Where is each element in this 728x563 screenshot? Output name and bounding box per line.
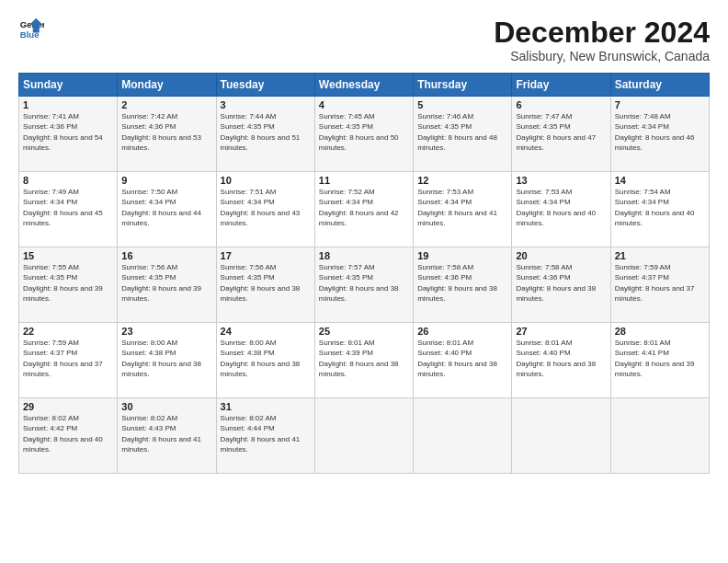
day-info: Sunrise: 7:50 AMSunset: 4:34 PMDaylight:…: [121, 187, 211, 228]
day-number: 14: [615, 175, 705, 186]
calendar-row-1: 1Sunrise: 7:41 AMSunset: 4:36 PMDaylight…: [19, 97, 710, 172]
day-number: 8: [23, 175, 113, 186]
calendar-row-2: 8Sunrise: 7:49 AMSunset: 4:34 PMDaylight…: [19, 172, 710, 247]
calendar-cell: 9Sunrise: 7:50 AMSunset: 4:34 PMDaylight…: [118, 172, 216, 247]
calendar-cell: 1Sunrise: 7:41 AMSunset: 4:36 PMDaylight…: [19, 97, 118, 172]
day-number: 29: [23, 401, 113, 412]
calendar-cell: 12Sunrise: 7:53 AMSunset: 4:34 PMDayligh…: [414, 172, 512, 247]
calendar-cell: 13Sunrise: 7:53 AMSunset: 4:34 PMDayligh…: [512, 172, 610, 247]
day-number: 26: [417, 326, 507, 337]
day-number: 4: [319, 99, 409, 110]
subtitle: Salisbury, New Brunswick, Canada: [494, 49, 710, 63]
calendar-cell: 30Sunrise: 8:02 AMSunset: 4:43 PMDayligh…: [118, 398, 216, 474]
day-info: Sunrise: 7:59 AMSunset: 4:37 PMDaylight:…: [615, 262, 705, 304]
day-number: 27: [516, 326, 606, 337]
day-number: 22: [23, 326, 113, 337]
calendar-header: Sunday Monday Tuesday Wednesday Thursday…: [19, 74, 710, 97]
header-row: Sunday Monday Tuesday Wednesday Thursday…: [19, 74, 710, 97]
calendar-cell: [512, 398, 610, 474]
day-info: Sunrise: 8:02 AMSunset: 4:44 PMDaylight:…: [221, 413, 311, 454]
calendar-cell: 10Sunrise: 7:51 AMSunset: 4:34 PMDayligh…: [216, 172, 314, 247]
calendar-cell: 11Sunrise: 7:52 AMSunset: 4:34 PMDayligh…: [314, 172, 413, 247]
page: General Blue December 2024 Salisbury, Ne…: [0, 0, 728, 563]
calendar-cell: [610, 398, 709, 474]
calendar-cell: 20Sunrise: 7:58 AMSunset: 4:36 PMDayligh…: [512, 247, 610, 323]
calendar-table: Sunday Monday Tuesday Wednesday Thursday…: [18, 73, 710, 474]
day-info: Sunrise: 8:01 AMSunset: 4:39 PMDaylight:…: [319, 338, 409, 379]
day-info: Sunrise: 7:57 AMSunset: 4:35 PMDaylight:…: [319, 262, 409, 304]
day-info: Sunrise: 7:53 AMSunset: 4:34 PMDaylight:…: [417, 187, 507, 228]
calendar-cell: 24Sunrise: 8:00 AMSunset: 4:38 PMDayligh…: [216, 323, 314, 398]
day-info: Sunrise: 7:55 AMSunset: 4:35 PMDaylight:…: [23, 262, 113, 304]
day-number: 31: [221, 401, 311, 412]
col-saturday: Saturday: [610, 74, 709, 97]
col-thursday: Thursday: [414, 74, 512, 97]
day-info: Sunrise: 7:53 AMSunset: 4:34 PMDaylight:…: [516, 187, 606, 228]
col-sunday: Sunday: [19, 74, 118, 97]
day-number: 23: [121, 326, 211, 337]
day-number: 18: [319, 250, 409, 261]
calendar-cell: 17Sunrise: 7:56 AMSunset: 4:35 PMDayligh…: [216, 247, 314, 323]
day-info: Sunrise: 7:58 AMSunset: 4:36 PMDaylight:…: [417, 262, 507, 304]
day-number: 24: [221, 326, 311, 337]
calendar-row-3: 15Sunrise: 7:55 AMSunset: 4:35 PMDayligh…: [19, 247, 710, 323]
day-info: Sunrise: 7:54 AMSunset: 4:34 PMDaylight:…: [615, 187, 705, 228]
calendar-cell: 27Sunrise: 8:01 AMSunset: 4:40 PMDayligh…: [512, 323, 610, 398]
col-tuesday: Tuesday: [216, 74, 314, 97]
day-number: 17: [221, 250, 311, 261]
calendar-body: 1Sunrise: 7:41 AMSunset: 4:36 PMDaylight…: [19, 97, 710, 474]
col-friday: Friday: [512, 74, 610, 97]
calendar-cell: 4Sunrise: 7:45 AMSunset: 4:35 PMDaylight…: [314, 97, 413, 172]
day-info: Sunrise: 7:47 AMSunset: 4:35 PMDaylight:…: [516, 111, 606, 153]
day-info: Sunrise: 8:00 AMSunset: 4:38 PMDaylight:…: [221, 338, 311, 379]
calendar-cell: 19Sunrise: 7:58 AMSunset: 4:36 PMDayligh…: [414, 247, 512, 323]
day-info: Sunrise: 8:01 AMSunset: 4:40 PMDaylight:…: [516, 338, 606, 379]
calendar-cell: 5Sunrise: 7:46 AMSunset: 4:35 PMDaylight…: [414, 97, 512, 172]
day-number: 10: [221, 175, 311, 186]
day-info: Sunrise: 8:01 AMSunset: 4:40 PMDaylight:…: [417, 338, 507, 379]
day-number: 21: [615, 250, 705, 261]
calendar-cell: 26Sunrise: 8:01 AMSunset: 4:40 PMDayligh…: [414, 323, 512, 398]
calendar-cell: 29Sunrise: 8:02 AMSunset: 4:42 PMDayligh…: [19, 398, 118, 474]
day-info: Sunrise: 7:52 AMSunset: 4:34 PMDaylight:…: [319, 187, 409, 228]
day-info: Sunrise: 8:01 AMSunset: 4:41 PMDaylight:…: [615, 338, 705, 379]
day-number: 28: [615, 326, 705, 337]
day-number: 6: [516, 99, 606, 110]
day-info: Sunrise: 8:02 AMSunset: 4:43 PMDaylight:…: [121, 413, 211, 454]
day-info: Sunrise: 7:49 AMSunset: 4:34 PMDaylight:…: [23, 187, 113, 228]
day-number: 2: [121, 99, 211, 110]
day-number: 3: [221, 99, 311, 110]
calendar-cell: 31Sunrise: 8:02 AMSunset: 4:44 PMDayligh…: [216, 398, 314, 474]
day-info: Sunrise: 7:42 AMSunset: 4:36 PMDaylight:…: [121, 111, 211, 153]
calendar-cell: 16Sunrise: 7:56 AMSunset: 4:35 PMDayligh…: [118, 247, 216, 323]
calendar-cell: 6Sunrise: 7:47 AMSunset: 4:35 PMDaylight…: [512, 97, 610, 172]
day-number: 20: [516, 250, 606, 261]
calendar-cell: 25Sunrise: 8:01 AMSunset: 4:39 PMDayligh…: [314, 323, 413, 398]
day-number: 12: [417, 175, 507, 186]
day-number: 5: [417, 99, 507, 110]
day-number: 11: [319, 175, 409, 186]
calendar-cell: 28Sunrise: 8:01 AMSunset: 4:41 PMDayligh…: [610, 323, 709, 398]
month-title: December 2024: [494, 17, 710, 49]
day-info: Sunrise: 7:45 AMSunset: 4:35 PMDaylight:…: [319, 111, 409, 153]
day-info: Sunrise: 7:56 AMSunset: 4:35 PMDaylight:…: [221, 262, 311, 304]
calendar-cell: 15Sunrise: 7:55 AMSunset: 4:35 PMDayligh…: [19, 247, 118, 323]
calendar-cell: [314, 398, 413, 474]
day-info: Sunrise: 7:51 AMSunset: 4:34 PMDaylight:…: [221, 187, 311, 228]
day-info: Sunrise: 7:44 AMSunset: 4:35 PMDaylight:…: [221, 111, 311, 153]
day-info: Sunrise: 7:59 AMSunset: 4:37 PMDaylight:…: [23, 338, 113, 379]
day-number: 30: [121, 401, 211, 412]
calendar-cell: 23Sunrise: 8:00 AMSunset: 4:38 PMDayligh…: [118, 323, 216, 398]
calendar-cell: 21Sunrise: 7:59 AMSunset: 4:37 PMDayligh…: [610, 247, 709, 323]
calendar-cell: 22Sunrise: 7:59 AMSunset: 4:37 PMDayligh…: [19, 323, 118, 398]
col-wednesday: Wednesday: [314, 74, 413, 97]
day-number: 25: [319, 326, 409, 337]
header: General Blue December 2024 Salisbury, Ne…: [18, 17, 710, 63]
calendar-cell: 8Sunrise: 7:49 AMSunset: 4:34 PMDaylight…: [19, 172, 118, 247]
title-block: December 2024 Salisbury, New Brunswick, …: [494, 17, 710, 63]
day-number: 16: [121, 250, 211, 261]
day-number: 7: [615, 99, 705, 110]
day-info: Sunrise: 7:58 AMSunset: 4:36 PMDaylight:…: [516, 262, 606, 304]
day-info: Sunrise: 7:46 AMSunset: 4:35 PMDaylight:…: [417, 111, 507, 153]
day-info: Sunrise: 8:00 AMSunset: 4:38 PMDaylight:…: [121, 338, 211, 379]
